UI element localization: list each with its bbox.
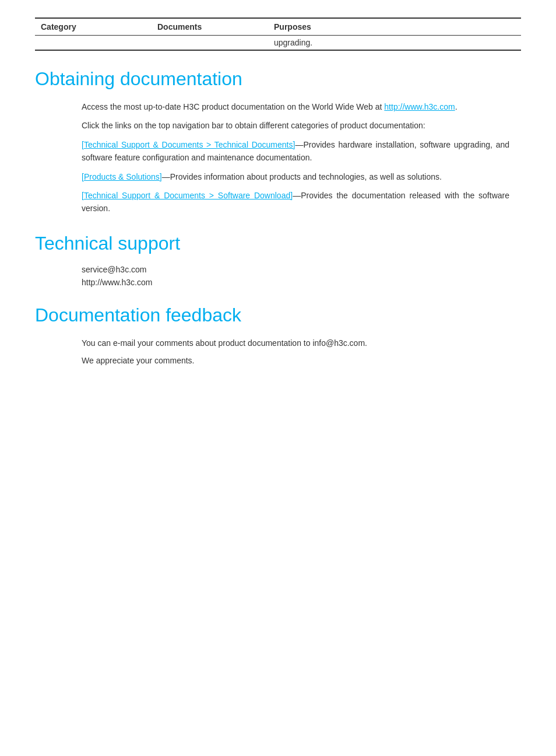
obtaining-para2: Click the links on the top navigation ba… <box>82 119 509 132</box>
tech-support-docs-link[interactable]: [Technical Support & Documents > Technic… <box>82 140 295 149</box>
documentation-feedback-section: Documentation feedback You can e-mail yo… <box>35 304 521 368</box>
documentation-feedback-heading: Documentation feedback <box>35 304 521 326</box>
technical-support-heading: Technical support <box>35 233 521 254</box>
obtaining-para1-suffix: . <box>455 102 458 111</box>
support-website: http://www.h3c.com <box>82 278 509 287</box>
table-cell-documents <box>152 36 268 51</box>
feedback-para1: You can e-mail your comments about produ… <box>82 337 509 349</box>
obtaining-documentation-heading: Obtaining documentation <box>35 68 521 90</box>
software-download-link[interactable]: [Technical Support & Documents > Softwar… <box>82 191 293 200</box>
products-solutions-link[interactable]: [Products & Solutions] <box>82 172 162 181</box>
technical-support-content: service@h3c.com http://www.h3c.com <box>35 265 521 287</box>
obtaining-para5: [Technical Support & Documents > Softwar… <box>82 189 509 215</box>
obtaining-para1-prefix: Access the most up-to-date H3C product d… <box>82 102 384 111</box>
h3c-link[interactable]: http://www.h3c.com <box>384 102 455 111</box>
obtaining-documentation-section: Obtaining documentation Access the most … <box>35 68 521 215</box>
technical-support-section: Technical support service@h3c.com http:/… <box>35 233 521 287</box>
support-email: service@h3c.com <box>82 265 509 274</box>
table-row: upgrading. <box>35 36 521 51</box>
documentation-feedback-content: You can e-mail your comments about produ… <box>35 337 521 368</box>
table-header-documents: Documents <box>152 19 268 36</box>
table-cell-purposes: upgrading. <box>268 36 521 51</box>
obtaining-para4: [Products & Solutions]—Provides informat… <box>82 170 509 183</box>
table-header-purposes: Purposes <box>268 19 521 36</box>
table-cell-category <box>35 36 152 51</box>
table-header-category: Category <box>35 19 152 36</box>
obtaining-para3: [Technical Support & Documents > Technic… <box>82 138 509 164</box>
feedback-para2: We appreciate your comments. <box>82 354 509 367</box>
intro-table: Category Documents Purposes upgrading. <box>35 18 521 51</box>
obtaining-para1: Access the most up-to-date H3C product d… <box>82 100 509 113</box>
link2-suffix: —Provides information about products and… <box>162 172 442 181</box>
obtaining-documentation-content: Access the most up-to-date H3C product d… <box>35 100 521 215</box>
